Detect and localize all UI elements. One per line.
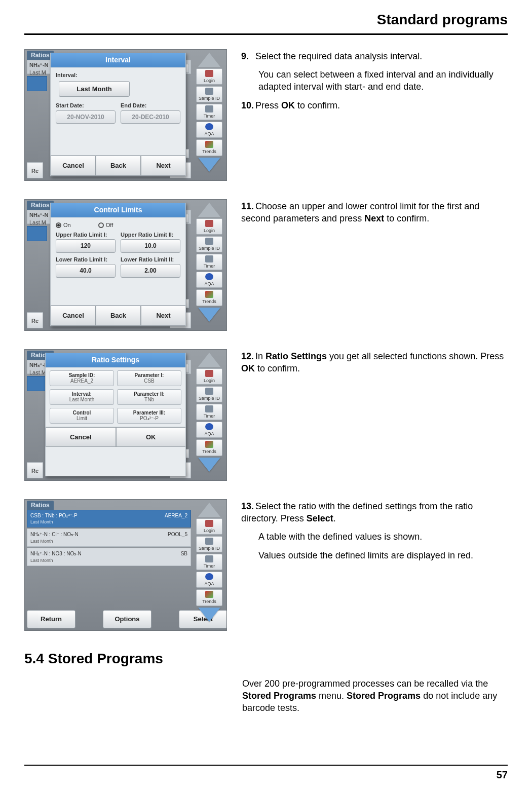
setting-param-2[interactable]: Parameter II:TNb: [117, 389, 181, 405]
login-icon: [205, 70, 213, 77]
screenshot-ratio-settings: Ratios NH₄⁺-NLast M Re ect ▲ ▼ Ratio Set…: [24, 349, 227, 481]
bg-tab-ratios: Ratios: [27, 201, 54, 210]
upper-limit-2-field[interactable]: 10.0: [121, 239, 180, 252]
timer-button[interactable]: Timer: [196, 404, 222, 420]
aqa-icon: [205, 423, 213, 430]
bg-foot-left: Re: [27, 162, 43, 178]
timer-button[interactable]: Timer: [196, 254, 222, 270]
back-button[interactable]: Back: [96, 156, 141, 176]
bg-tab-ratios: Ratios: [27, 51, 54, 60]
aqa-icon: [205, 573, 213, 580]
scroll-up-icon[interactable]: [198, 503, 220, 517]
setting-param-1[interactable]: Parameter I:CSB: [117, 370, 181, 386]
page-number: 57: [497, 768, 508, 782]
text-block-9-10: 9.Select the required data analysis inte…: [241, 49, 508, 118]
sample-id-button[interactable]: Sample ID: [196, 86, 222, 102]
upper-limit-1-label: Upper Ratio Limit I:: [56, 231, 116, 239]
lower-limit-2-field[interactable]: 2.00: [121, 264, 180, 277]
lower-limit-1-label: Lower Ratio Limit I:: [56, 256, 116, 263]
text-block-11: 11.Choose an upper and lower control lim…: [241, 199, 508, 231]
section-body: Over 200 pre-programmed processes can be…: [242, 677, 508, 714]
text-block-12: 12.In Ratio Settings you get all selecte…: [241, 349, 508, 381]
radio-off-icon[interactable]: [98, 222, 104, 228]
sample-id-button[interactable]: Sample ID: [196, 236, 222, 252]
start-date-field[interactable]: 20-NOV-2010: [56, 110, 116, 124]
cancel-button[interactable]: Cancel: [51, 306, 96, 326]
options-button[interactable]: Options: [103, 610, 151, 628]
trends-button[interactable]: Trends: [196, 439, 222, 456]
scroll-up-icon[interactable]: [198, 53, 220, 67]
radio-on-icon[interactable]: [56, 222, 61, 228]
upper-limits-row: Upper Ratio Limit I:120 Upper Ratio Limi…: [56, 231, 180, 253]
setting-sample-id[interactable]: Sample ID:AEREA_2: [50, 370, 114, 386]
trends-button[interactable]: Trends: [196, 139, 222, 156]
section-heading: 5.4 Stored Programs: [24, 649, 508, 668]
bg-foot-left: Re: [27, 312, 43, 328]
trends-icon: [205, 591, 213, 598]
row-interval: Ratios NH₄⁺-NLast M ▲ ▼ Re ect Interval …: [24, 49, 508, 181]
ratio-settings-modal: Ratio Settings Sample ID:AEREA_2 Paramet…: [45, 353, 186, 476]
lower-limits-row: Lower Ratio Limit I:40.0 Lower Ratio Lim…: [56, 256, 180, 278]
ok-button[interactable]: OK: [116, 427, 186, 447]
sample-id-icon: [205, 238, 213, 245]
cancel-button[interactable]: Cancel: [51, 156, 96, 176]
modal-body: On Off Upper Ratio Limit I:120 Upper Rat…: [51, 217, 185, 306]
lower-limit-2-label: Lower Ratio Limit II:: [121, 256, 180, 263]
aqa-button[interactable]: AQA: [196, 272, 222, 288]
radio-row: On Off: [56, 221, 180, 229]
aqa-button[interactable]: AQA: [196, 422, 222, 438]
login-button[interactable]: Login: [196, 218, 222, 235]
aqa-button[interactable]: AQA: [196, 572, 222, 588]
trends-icon: [205, 141, 213, 148]
screenshot-control-limits: Ratios NH₄⁺-NLast M Re ect ▲ ▼ Control L…: [24, 199, 227, 331]
aqa-button[interactable]: AQA: [196, 122, 222, 138]
modal-buttons: Cancel Back Next: [51, 305, 185, 326]
step-12: 12.In Ratio Settings you get all selecte…: [241, 350, 508, 375]
scroll-up-icon[interactable]: [198, 203, 220, 217]
modal-title: Interval: [51, 53, 185, 67]
timer-icon: [205, 255, 213, 262]
scroll-down-icon[interactable]: [198, 608, 220, 622]
upper-limit-1-field[interactable]: 120: [56, 239, 116, 252]
ratio-list: CSB : TNb : PO₄³⁻-PLast Month AEREA_2 NH…: [27, 510, 191, 567]
trends-icon: [205, 441, 213, 448]
section-paragraph: Over 200 pre-programmed processes can be…: [242, 677, 508, 714]
next-button[interactable]: Next: [141, 156, 185, 176]
scroll-down-icon[interactable]: [198, 458, 220, 472]
modal-title: Control Limits: [51, 203, 185, 217]
step-9-detail: You can select between a fixed interval …: [258, 68, 508, 93]
screenshot-interval: Ratios NH₄⁺-NLast M ▲ ▼ Re ect Interval …: [24, 49, 227, 181]
lower-limit-1-field[interactable]: 40.0: [56, 264, 116, 277]
login-button[interactable]: Login: [196, 368, 222, 385]
chapter-title: Standard programs: [24, 10, 508, 33]
setting-interval[interactable]: Interval:Last Month: [50, 389, 114, 405]
scroll-down-icon[interactable]: [198, 158, 220, 172]
interval-modal: Interval Interval: Last Month Start Date…: [50, 53, 186, 176]
ratio-list-item[interactable]: CSB : TNb : PO₄³⁻-PLast Month AEREA_2: [27, 510, 191, 528]
sample-id-button[interactable]: Sample ID: [196, 536, 222, 552]
login-icon: [205, 520, 213, 527]
setting-param-3[interactable]: Parameter III:PO₄³⁻-P: [117, 408, 181, 424]
setting-control-limit[interactable]: ControlLimit: [50, 408, 114, 424]
next-button[interactable]: Next: [141, 306, 185, 326]
sample-id-button[interactable]: Sample ID: [196, 386, 222, 402]
trends-button[interactable]: Trends: [196, 289, 222, 306]
ratio-list-item[interactable]: NH₄⁺-N : NO3 : NO₃-NLast Month SB: [27, 548, 191, 566]
return-button[interactable]: Return: [27, 610, 75, 628]
login-button[interactable]: Login: [196, 68, 222, 85]
trends-button[interactable]: Trends: [196, 589, 222, 606]
timer-button[interactable]: Timer: [196, 104, 222, 120]
timer-button[interactable]: Timer: [196, 554, 222, 570]
interval-dropdown[interactable]: Last Month: [59, 81, 130, 97]
cancel-button[interactable]: Cancel: [46, 427, 116, 447]
device-mock: Ratios CSB : TNb : PO₄³⁻-PLast Month AER…: [24, 499, 227, 631]
timer-icon: [205, 405, 213, 412]
scroll-down-icon[interactable]: [198, 308, 220, 322]
back-button[interactable]: Back: [96, 306, 141, 326]
end-date-field[interactable]: 20-DEC-2010: [121, 110, 180, 124]
modal-body: Interval: Last Month Start Date: 20-NOV-…: [51, 67, 185, 156]
row-ratios-list: Ratios CSB : TNb : PO₄³⁻-PLast Month AER…: [24, 499, 508, 631]
login-button[interactable]: Login: [196, 518, 222, 535]
ratio-list-item[interactable]: NH₄⁺-N : Cl⁻ : NO₃-NLast Month POOL_5: [27, 529, 191, 547]
scroll-up-icon[interactable]: [198, 353, 220, 367]
